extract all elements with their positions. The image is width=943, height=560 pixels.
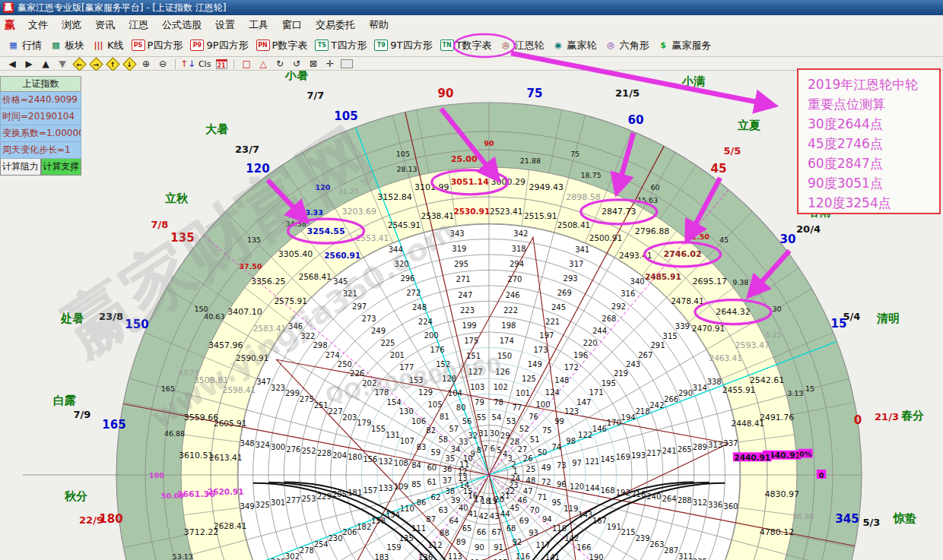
spiral-number: 317 — [569, 260, 583, 268]
toolbar-button-gann[interactable]: ◎江恩轮 — [495, 36, 548, 55]
toolbar-button-t9[interactable]: T99T四方形 — [370, 36, 436, 55]
menu-item-5[interactable]: 设置 — [208, 15, 242, 34]
dia-up-icon[interactable]: ↑ — [105, 59, 120, 70]
solar-term-label: 惊蛰 — [893, 511, 916, 525]
rotate-cw-icon[interactable]: ↻ — [272, 59, 287, 70]
percent-ring-value: 40.63 — [204, 312, 224, 321]
move-icon[interactable]: ✛ — [322, 59, 338, 70]
spiral-number: 169 — [616, 453, 630, 461]
degree-ring-value: 180 — [149, 471, 164, 479]
spiral-number: 253 — [301, 495, 316, 503]
nav-right-icon[interactable]: ▶ — [21, 59, 37, 70]
nav-down-icon[interactable]: ▼ — [55, 59, 70, 70]
spiral-number: 116 — [516, 552, 530, 560]
degree-ring-value: 45 — [719, 236, 729, 244]
triangle-icon[interactable]: △ — [256, 59, 271, 70]
annotation-box: 2019年江恩轮中轮重要点位测算30度2644点45度2746点60度2847点… — [797, 68, 941, 214]
dia-left-icon[interactable]: ← — [71, 59, 87, 70]
nav-up-icon[interactable]: ▲ — [38, 59, 53, 70]
degree-price-value: 2478.41 — [671, 296, 703, 305]
square-icon[interactable]: □ — [239, 59, 254, 70]
spiral-number: 64 — [449, 517, 459, 525]
menu-item-4[interactable]: 公式选股 — [155, 15, 208, 34]
zoom-out-icon[interactable]: ⊖ — [155, 59, 170, 70]
spiral-number: 67 — [492, 528, 502, 536]
spiral-number: 81 — [440, 413, 449, 421]
zoom-in-icon[interactable]: ⊕ — [138, 59, 154, 70]
menu-item-1[interactable]: 浏览 — [55, 15, 88, 34]
date-label: 21/3 — [875, 411, 899, 422]
calc-sup-button[interactable]: 计算支撑 — [41, 159, 82, 176]
spiral-number: 7 — [483, 445, 487, 453]
degree-price-value: 2523.41 — [490, 207, 522, 216]
updown-icon[interactable]: ↑↓ — [180, 59, 195, 70]
spiral-number: 198 — [501, 321, 516, 330]
toolbar-button-winner[interactable]: ◉赢家轮 — [548, 36, 600, 55]
spiral-number: 290 — [678, 389, 693, 397]
spiral-number: 222 — [503, 306, 518, 315]
menu-item-7[interactable]: 窗口 — [275, 15, 309, 34]
degree-price-value: 2530.91 — [453, 207, 490, 216]
spiral-number: 144 — [585, 484, 599, 492]
spiral-number: 265 — [678, 445, 692, 454]
spiral-number: 336 — [708, 501, 722, 509]
grid-icon: ▦ — [7, 40, 20, 51]
spiral-number: 173 — [533, 346, 548, 354]
toolbar-button-blocks[interactable]: ▩板块 — [46, 36, 88, 55]
menu-item-8[interactable]: 交易委托 — [309, 15, 362, 34]
spiral-number: 324 — [256, 441, 270, 449]
dia-down-icon[interactable]: ↓ — [122, 59, 137, 70]
nav-left-icon[interactable]: ◀ — [5, 59, 20, 70]
spiral-number: 203 — [342, 413, 357, 422]
toolbar-button-kline[interactable]: |||K线 — [88, 36, 128, 55]
spiral-number: 180 — [348, 453, 362, 461]
spiral-number: 73 — [557, 461, 567, 470]
menu-item-6[interactable]: 工具 — [242, 15, 275, 34]
rotate-ccw-icon[interactable]: ↺ — [289, 59, 304, 70]
cls-button[interactable]: Cls — [197, 59, 212, 70]
spiral-number: 148 — [554, 376, 569, 384]
toolbar-button-hex[interactable]: ◎六角形 — [600, 36, 652, 55]
spiral-number: 54 — [492, 413, 502, 422]
toolbar-button-p9[interactable]: P99P四方形 — [186, 36, 252, 55]
spiral-number: 70 — [530, 506, 540, 514]
spiral-number: 147 — [576, 398, 591, 407]
info-row-0: 价格=2440.9099 — [0, 92, 81, 109]
spiral-number: 26 — [523, 454, 533, 463]
spiral-number: 143 — [578, 511, 592, 519]
screen-icon[interactable] — [339, 59, 354, 70]
spiral-number: 312 — [693, 498, 707, 507]
spiral-number: 247 — [458, 291, 472, 299]
spiral-number: 91 — [494, 543, 503, 552]
calc-res-button[interactable]: 计算阻力 — [0, 159, 41, 176]
date-label: 20/4 — [796, 223, 821, 235]
menu-item-3[interactable]: 江恩 — [122, 15, 155, 34]
menu-item-2[interactable]: 资讯 — [88, 15, 122, 34]
spiral-number: 171 — [589, 388, 604, 397]
spiral-number: 342 — [513, 229, 528, 238]
spiral-number: 313 — [708, 441, 722, 449]
spiral-number: 107 — [400, 437, 414, 445]
boxed-x-icon[interactable]: ⊠ — [306, 59, 321, 70]
spiral-number: 133 — [379, 484, 393, 492]
spiral-number: 248 — [412, 303, 427, 312]
spiral-number: 239 — [635, 534, 649, 543]
dia-right-icon[interactable]: → — [88, 59, 103, 70]
toolbar-button-svc[interactable]: $赢家服务 — [652, 36, 715, 55]
spiral-number: 250 — [338, 360, 352, 369]
spiral-number: 104 — [448, 389, 462, 397]
calendar-icon[interactable]: 21 — [214, 59, 229, 70]
menu-item-9[interactable]: 帮助 — [362, 15, 395, 34]
toolbar-label: 赢家轮 — [567, 39, 596, 52]
spiral-number: 155 — [371, 425, 386, 433]
toolbar-button-tn[interactable]: TNT数字表 — [437, 36, 496, 55]
toolbar-button-pn[interactable]: PNP数字表 — [252, 36, 312, 55]
degree-price-value: 2628.41 — [214, 521, 246, 530]
menu-item-0[interactable]: 文件 — [21, 15, 55, 34]
spiral-number: 57 — [449, 425, 459, 433]
spiral-number: 243 — [626, 360, 640, 369]
toolbar-button-ts[interactable]: TST四方形 — [311, 36, 370, 55]
toolbar-button-grid[interactable]: ▦行情 — [3, 36, 46, 55]
spiral-number: 200 — [424, 331, 439, 340]
toolbar-button-ps[interactable]: PSP四方形 — [128, 36, 187, 55]
